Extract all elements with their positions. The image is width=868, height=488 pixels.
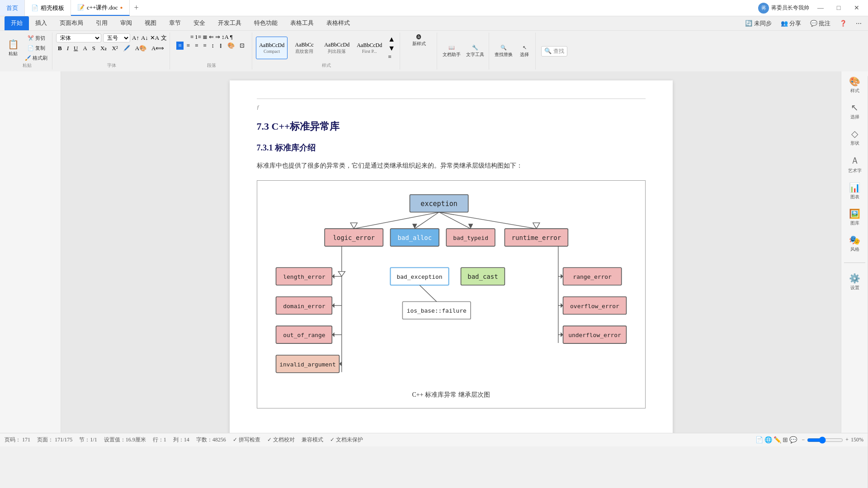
format-painter-button[interactable]: 🖌️格式刷 xyxy=(23,54,49,62)
multilevel-button[interactable]: ≣ xyxy=(203,33,208,41)
font-name-select[interactable]: 宋体 xyxy=(56,33,101,42)
help-button[interactable]: ❓ xyxy=(837,19,849,28)
sidebar-shape-tool[interactable]: ◇ 形状 xyxy=(850,128,859,146)
align-right-button[interactable]: ≡ xyxy=(201,42,208,50)
web-view-button[interactable]: 🌐 xyxy=(764,436,772,444)
markup-button[interactable]: 💬 xyxy=(789,436,797,444)
align-justify-button[interactable]: ≡ xyxy=(176,42,183,50)
right-sidebar: 🎨 样式 ↖ 选择 ◇ 形状 Ａ 艺术字 📊 图表 🖼️ 图库 🎭 风格 xyxy=(841,71,868,433)
ribbon-tab-security[interactable]: 安全 xyxy=(187,16,212,30)
zoom-in-button[interactable]: + xyxy=(845,436,849,443)
decrease-indent-button[interactable]: ⇐ xyxy=(209,33,214,41)
ribbon-tab-feature[interactable]: 特色功能 xyxy=(248,16,284,30)
sidebar-style-tool[interactable]: 🎨 样式 xyxy=(849,76,860,94)
align-center-button[interactable]: ≡ xyxy=(193,42,200,50)
sort-button[interactable]: ↕A xyxy=(222,33,229,41)
tab-add-button[interactable]: + xyxy=(130,0,143,16)
svg-line-8 xyxy=(439,212,536,229)
spell-check-status[interactable]: ✓ 拼写检查 xyxy=(233,436,260,444)
bold-button[interactable]: B xyxy=(56,44,64,52)
close-button[interactable]: ✕ xyxy=(850,2,863,14)
sidebar-art-tool[interactable]: Ａ 艺术字 xyxy=(848,155,862,174)
border-button[interactable]: ⊡ xyxy=(238,42,246,50)
ribbon-tab-review[interactable]: 审阅 xyxy=(114,16,138,30)
para-marks-button[interactable]: ¶ xyxy=(230,33,233,41)
style-list-para[interactable]: AaBbCcDd 列出段落 xyxy=(321,37,353,59)
numbering-button[interactable]: 1≡ xyxy=(195,33,201,41)
title-bar-right: 蒋 蒋委员长夸我帅 — □ ✕ xyxy=(758,2,868,14)
zoom-out-button[interactable]: − xyxy=(802,436,805,443)
select-button[interactable]: ↖ 选择 xyxy=(516,44,533,59)
style-shading[interactable]: AaBbCc 底纹套用 xyxy=(288,37,320,59)
sidebar-gallery-tool[interactable]: 🖼️ 图库 xyxy=(849,208,860,226)
style-first-p[interactable]: AaBbCcDd First P... xyxy=(354,37,385,59)
styles-up-button[interactable]: ▲ xyxy=(388,35,395,43)
minimize-button[interactable]: — xyxy=(814,2,827,14)
style-icon: 🎨 xyxy=(849,76,860,87)
font-color-button[interactable]: A🎨 xyxy=(133,44,148,52)
char-spacing-button[interactable]: A⟺ xyxy=(150,44,166,52)
doc-assistant-button[interactable]: 📖 文档助手 xyxy=(441,44,462,59)
sidebar-settings-tool[interactable]: ⚙️ 设置 xyxy=(849,273,860,291)
outline-view-button[interactable]: ✏️ xyxy=(774,436,781,444)
bullets-button[interactable]: ≡ xyxy=(190,33,193,41)
svg-text:overflow_error: overflow_error xyxy=(570,303,619,310)
columns-button[interactable]: ⫿ xyxy=(217,42,224,50)
shrink-font-button[interactable]: A↓ xyxy=(141,34,148,42)
text-tool-button[interactable]: 🔧 文字工具 xyxy=(464,44,486,59)
underline-button[interactable]: U xyxy=(72,44,80,52)
ribbon-tab-table[interactable]: 表格工具 xyxy=(284,16,320,30)
word-align-status[interactable]: ✓ 文档校对 xyxy=(267,436,295,444)
fullscreen-button[interactable]: ⊞ xyxy=(783,436,788,444)
ribbon-tab-dev[interactable]: 开发工具 xyxy=(212,16,248,30)
color-button[interactable]: A xyxy=(81,44,89,52)
superscript-button[interactable]: X² xyxy=(110,44,119,52)
print-view-button[interactable]: 📄 xyxy=(755,436,763,444)
subscript-button[interactable]: X₂ xyxy=(99,44,108,52)
ribbon-tab-start[interactable]: 开始 xyxy=(5,16,29,30)
tab-doc[interactable]: 📝 c++课件.doc ● xyxy=(71,0,130,16)
row-status: 行：1 xyxy=(153,436,166,444)
tab-template-label: 稻壳模板 xyxy=(41,4,64,12)
share-button[interactable]: 👥 分享 xyxy=(778,19,804,28)
clipboard-content: 📋 粘贴 ✂️剪切 📄复制 🖌️格式刷 xyxy=(5,33,49,62)
comment-button[interactable]: 💬 批注 xyxy=(807,19,833,28)
clear-format-button[interactable]: ✕A xyxy=(150,34,159,42)
phonetic-guide-button[interactable]: 文 xyxy=(161,34,167,42)
sidebar-select-tool[interactable]: ↖ 选择 xyxy=(850,102,859,120)
ribbon-tab-tablestyle[interactable]: 表格样式 xyxy=(320,16,356,30)
font-size-select[interactable]: 五号 xyxy=(103,33,130,42)
more-button[interactable]: ⋯ xyxy=(853,19,864,28)
maximize-button[interactable]: □ xyxy=(832,2,845,14)
search-box[interactable]: 🔍 查找 xyxy=(541,46,567,56)
cut-button[interactable]: ✂️剪切 xyxy=(23,34,49,42)
grow-font-button[interactable]: A↑ xyxy=(132,34,139,42)
styles-down-button[interactable]: ▼ xyxy=(388,44,395,52)
paste-button[interactable]: 📋 粘贴 xyxy=(5,38,21,58)
copy-button[interactable]: 📄复制 xyxy=(23,44,49,52)
line-spacing-button[interactable]: ↕ xyxy=(210,42,217,50)
find-replace-button[interactable]: 🔍 查找替换 xyxy=(493,44,514,59)
position-status: 设置值：16.9厘米 xyxy=(104,436,146,444)
increase-indent-button[interactable]: ⇒ xyxy=(215,33,220,41)
style-compact[interactable]: AaBbCcDd Compact xyxy=(256,37,288,59)
ribbon-tab-view[interactable]: 视图 xyxy=(138,16,163,30)
ribbon-tab-ref[interactable]: 引用 xyxy=(90,16,114,30)
new-style-button[interactable]: 🅐 新样式 xyxy=(410,33,428,48)
strikethrough-button[interactable]: S xyxy=(90,44,97,52)
ribbon-tab-layout[interactable]: 页面布局 xyxy=(53,16,90,30)
styles-more-button[interactable]: ≡ xyxy=(388,53,395,61)
tab-home[interactable]: 首页 xyxy=(0,0,25,16)
sidebar-style2-tool[interactable]: 🎭 风格 xyxy=(849,235,860,253)
sidebar-chart-tool[interactable]: 📊 图表 xyxy=(849,182,860,200)
tab-template[interactable]: 📄 稻壳模板 xyxy=(25,0,71,16)
ribbon-tab-chapter[interactable]: 章节 xyxy=(163,16,187,30)
unsync-button[interactable]: 🔄 未同步 xyxy=(742,19,774,28)
highlight-button[interactable]: 🖊️ xyxy=(121,44,132,52)
italic-button[interactable]: I xyxy=(65,44,71,52)
shading-button[interactable]: 🎨 xyxy=(226,42,236,50)
ribbon-tab-insert[interactable]: 插入 xyxy=(29,16,53,30)
align-left-button[interactable]: ≡ xyxy=(185,42,192,50)
text-tool-icon: 🔧 xyxy=(472,45,478,51)
zoom-slider[interactable] xyxy=(807,436,843,444)
